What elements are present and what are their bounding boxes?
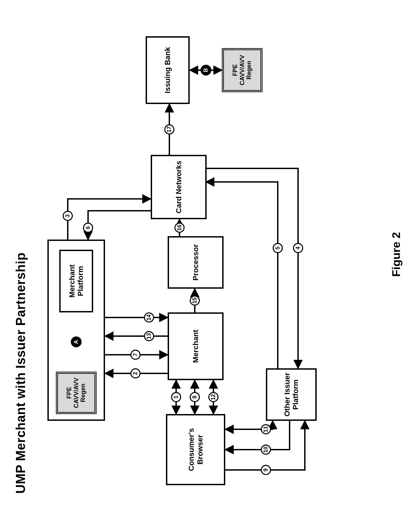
badge-a: A xyxy=(71,336,82,347)
step-2: 2 xyxy=(130,368,141,378)
merchant-platform-box: Merchant Platform xyxy=(59,250,93,312)
step-7: 7 xyxy=(130,350,141,360)
other-issuer-platform-box: Other Issuer Platform xyxy=(266,368,317,421)
fpe-platform-box: FPE CAVV/AVV Regen xyxy=(56,372,97,414)
step-8: 8 xyxy=(190,392,200,402)
step-16: 16 xyxy=(174,223,185,233)
stage: UMP Merchant with Issuer Partnership xyxy=(0,0,420,514)
step-11: 11 xyxy=(261,424,271,434)
step-9: 9 xyxy=(261,465,271,475)
badge-b: B xyxy=(201,65,211,76)
step-14: 14 xyxy=(144,312,154,323)
figure-caption: Figure 2 xyxy=(390,232,403,277)
fpe-bank-box: FPE CAVV/AVV Regen xyxy=(222,48,262,92)
processor-box: Processor xyxy=(168,236,224,289)
step-15: 15 xyxy=(190,295,200,306)
step-3: 3 xyxy=(63,211,73,221)
card-networks-box: Card Networks xyxy=(151,155,207,219)
step-17: 17 xyxy=(164,124,174,135)
step-4: 4 xyxy=(293,243,303,253)
step-13: 13 xyxy=(144,331,154,341)
step-5: 5 xyxy=(273,243,283,253)
step-10: 10 xyxy=(261,445,271,455)
step-1: 1 xyxy=(171,392,181,402)
merchant-box: Merchant xyxy=(168,312,224,380)
consumer-browser-box: Consumer's Browser xyxy=(166,414,225,485)
diagram-canvas: UMP Merchant with Issuer Partnership xyxy=(0,0,420,514)
step-6: 6 xyxy=(83,223,93,233)
issuing-bank-box: Issuing Bank xyxy=(146,36,190,104)
step-12: 12 xyxy=(208,392,218,402)
